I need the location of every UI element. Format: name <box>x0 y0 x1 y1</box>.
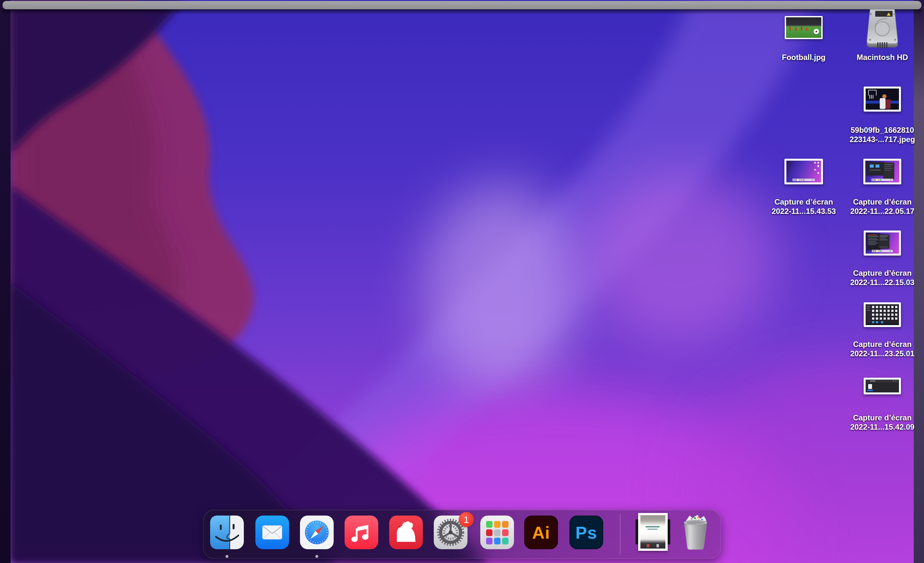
desktop-icon-capture-154209[interactable]: Capture d’écran 2022-11...15.42.09 <box>837 378 924 431</box>
file-label: 2022-11...15.43.53 <box>759 207 849 216</box>
screenshot-thumbnail <box>863 159 901 184</box>
desktop-icon-football-jpg[interactable]: Football.jpg <box>759 16 849 62</box>
safari-running-indicator <box>315 555 318 558</box>
illustrator-glyph: Ai <box>532 523 550 542</box>
dock-launchpad-icon[interactable] <box>480 515 514 549</box>
dock-trash-icon[interactable] <box>680 514 711 551</box>
screenshot-thumbnail <box>864 378 901 394</box>
file-label: 2022-11...22.05.17 <box>837 207 924 216</box>
finder-running-indicator <box>225 555 228 558</box>
dock-music-icon[interactable] <box>345 515 378 549</box>
wallpaper-monterey <box>10 0 914 563</box>
file-label: Capture d’écran <box>837 340 924 349</box>
dock-illustrator-icon[interactable]: Ai <box>524 515 558 549</box>
dock-photoshop-icon[interactable]: Ps <box>570 515 603 549</box>
file-label: 223143-...717.jpeg <box>837 135 924 144</box>
desktop-icon-capture-221503[interactable]: Capture d’écran 2022-11...22.15.03 <box>837 231 924 287</box>
screenshot-thumbnail <box>864 302 901 327</box>
desktop-icon-capture-220517[interactable]: Capture d’écran 2022-11...22.05.17 <box>837 159 924 216</box>
screenshot-thumbnail <box>784 159 823 184</box>
file-label: Capture d’écran <box>837 268 924 278</box>
settings-notification-badge: 1 <box>459 512 474 527</box>
dock-mail-icon[interactable] <box>255 515 289 549</box>
file-label: Capture d’écran <box>837 197 924 207</box>
dock-bear-icon[interactable] <box>389 515 423 549</box>
window-titlebar[interactable] <box>3 1 921 9</box>
dock-separator <box>620 514 621 555</box>
football-photo-thumbnail <box>785 16 823 39</box>
hard-drive-icon <box>862 9 902 51</box>
dock-finder-icon[interactable] <box>210 515 244 549</box>
file-label: 59b09fb_1662810 <box>837 125 924 135</box>
volume-label: Macintosh HD <box>837 52 924 62</box>
screenshot-thumbnail <box>864 231 901 256</box>
file-label: 2022-11...23.25.01 <box>837 349 924 358</box>
file-label: 2022-11...22.15.03 <box>837 278 924 287</box>
desktop-icon-capture-232501[interactable]: Capture d’écran 2022-11...23.25.01 <box>837 302 924 358</box>
dock-safari-icon[interactable] <box>300 515 334 549</box>
dock-recent-image-document[interactable] <box>638 513 668 551</box>
desktop-icon-basketball-jpeg[interactable]: 59b09fb_1662810 223143-...717.jpeg <box>837 87 924 144</box>
file-label: Capture d’écran <box>759 197 849 207</box>
desktop-screen: Football.jpg <box>0 0 924 563</box>
file-label: Capture d’écran <box>837 413 924 422</box>
basketball-photo-thumbnail <box>864 87 901 112</box>
desktop-icon-capture-154353[interactable]: Capture d’écran 2022-11...15.43.53 <box>759 159 849 216</box>
photoshop-glyph: Ps <box>575 523 597 542</box>
file-label: Football.jpg <box>759 52 849 62</box>
file-label: 2022-11...15.42.09 <box>837 422 924 431</box>
desktop-icon-macintosh-hd[interactable]: Macintosh HD <box>837 9 924 62</box>
desktop-edge-left-band <box>0 0 10 563</box>
window-titlebar-shadow <box>3 9 921 14</box>
